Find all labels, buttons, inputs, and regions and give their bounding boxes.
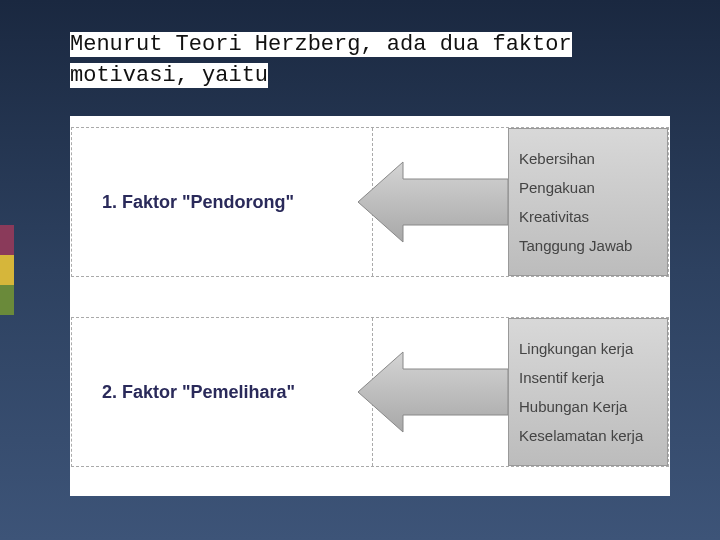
svg-marker-0 xyxy=(358,162,508,242)
list-item: Keselamatan kerja xyxy=(509,421,667,450)
list-item: Hubungan Kerja xyxy=(509,392,667,421)
slide-content: Menurut Teori Herzberg, ada dua faktor m… xyxy=(0,0,720,516)
arrow-left-icon xyxy=(358,157,508,247)
factor-list-1: Kebersihan Pengakuan Kreativitas Tanggun… xyxy=(508,128,668,276)
list-item: Pengakuan xyxy=(509,173,667,202)
slide-title: Menurut Teori Herzberg, ada dua faktor m… xyxy=(70,32,572,88)
svg-marker-1 xyxy=(358,352,508,432)
list-item: Kreativitas xyxy=(509,202,667,231)
factor-label-2: 2. Faktor "Pemelihara" xyxy=(102,381,295,402)
list-item: Insentif kerja xyxy=(509,363,667,392)
diagram: 1. Faktor "Pendorong" Kebersihan Pengaku… xyxy=(70,116,670,496)
factor-list-2: Lingkungan kerja Insentif kerja Hubungan… xyxy=(508,318,668,466)
list-item: Kebersihan xyxy=(509,144,667,173)
list-item: Lingkungan kerja xyxy=(509,334,667,363)
factor-row-1: 1. Faktor "Pendorong" Kebersihan Pengaku… xyxy=(71,127,669,277)
factor-row-2: 2. Faktor "Pemelihara" Lingkungan kerja … xyxy=(71,317,669,467)
arrow-left-icon xyxy=(358,347,508,437)
accent-bar xyxy=(0,225,14,315)
list-item: Tanggung Jawab xyxy=(509,231,667,260)
factor-label-1: 1. Faktor "Pendorong" xyxy=(102,191,294,212)
